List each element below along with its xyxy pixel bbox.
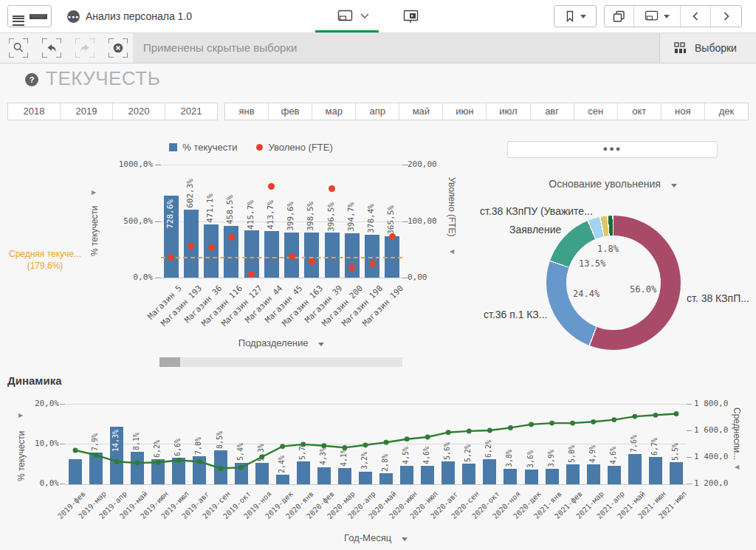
line-point[interactable]: [529, 422, 534, 427]
line-point[interactable]: [156, 460, 161, 465]
legend-label: % текучести: [182, 142, 237, 153]
line-point[interactable]: [343, 445, 348, 450]
scatter-point[interactable]: [289, 253, 295, 260]
line-point[interactable]: [487, 428, 492, 433]
sheet-overview-button[interactable]: [605, 6, 634, 27]
line-point[interactable]: [653, 413, 659, 418]
selections-tool-button[interactable]: Выборки: [659, 33, 756, 63]
line-point[interactable]: [73, 448, 78, 453]
previous-sheet-button[interactable]: [681, 6, 711, 27]
smart-search-button[interactable]: [9, 38, 28, 58]
month-filter-item[interactable]: дек: [705, 103, 748, 120]
year-filter-item[interactable]: 2018: [8, 103, 61, 120]
line-point[interactable]: [135, 461, 140, 466]
line-point[interactable]: [446, 430, 451, 435]
donut-dimension-dropdown[interactable]: Основание увольнения: [517, 178, 709, 190]
line-point[interactable]: [591, 419, 596, 424]
sheet-chevron-down-icon[interactable]: [360, 13, 369, 19]
line-point[interactable]: [114, 459, 120, 464]
line-point[interactable]: [425, 435, 430, 440]
combo-x-dimension-dropdown[interactable]: Подразделение: [207, 337, 355, 348]
selections-toolbar: Применены скрытые выборки Выборки: [0, 33, 756, 63]
bar-value-label: 728,6%: [165, 199, 175, 229]
axis-scroll-left-icon[interactable]: ◀: [735, 464, 739, 470]
axis-scroll-up-icon[interactable]: ▶: [92, 189, 96, 196]
line-point[interactable]: [300, 442, 306, 447]
storytelling-icon[interactable]: [403, 10, 419, 24]
line-point[interactable]: [632, 414, 637, 419]
scatter-point[interactable]: [268, 183, 275, 190]
combo-legend: % текучести Уволено (FTE): [148, 142, 354, 153]
clear-selections-button[interactable]: [109, 38, 128, 58]
combo-scrollbar-track[interactable]: [159, 357, 402, 367]
scatter-point[interactable]: [348, 264, 355, 271]
year-filter-item[interactable]: 2020: [113, 103, 165, 120]
bar[interactable]: [325, 233, 340, 278]
line-point[interactable]: [508, 425, 513, 430]
axis-scroll-left-icon[interactable]: ◀: [450, 248, 454, 255]
year-filter-item[interactable]: 2021: [165, 103, 217, 120]
line-point[interactable]: [570, 421, 575, 426]
donut-slice-label: ст.36 п.1 КЗ...: [484, 309, 547, 320]
scatter-point[interactable]: [389, 233, 396, 240]
bar[interactable]: [345, 233, 360, 278]
year-filter-item[interactable]: 2019: [61, 103, 113, 120]
legend-item-turnover[interactable]: % текучести: [169, 142, 237, 153]
global-menu-button[interactable]: [7, 5, 52, 27]
line-point[interactable]: [549, 421, 554, 426]
line-point[interactable]: [321, 443, 326, 448]
line-point[interactable]: [674, 411, 679, 416]
month-filter-item[interactable]: июл: [487, 103, 530, 120]
combo-scrollbar-thumb[interactable]: [159, 357, 180, 367]
tick-mark: [687, 430, 692, 431]
sheet-icon[interactable]: [337, 10, 354, 23]
month-filter-item[interactable]: янв: [225, 103, 269, 120]
line-point[interactable]: [611, 417, 616, 422]
line-point[interactable]: [259, 455, 264, 460]
scatter-point[interactable]: [309, 258, 315, 265]
month-filter-item[interactable]: окт: [618, 103, 662, 120]
bar[interactable]: [264, 231, 279, 278]
month-filter-item[interactable]: авг: [531, 103, 574, 120]
month-filter-item[interactable]: мар: [312, 103, 356, 120]
headcount-line-series[interactable]: [65, 395, 687, 491]
y-axis-tick-label: 1 600,0: [694, 425, 737, 435]
scatter-point[interactable]: [228, 234, 235, 241]
bookmarks-button[interactable]: [554, 5, 597, 27]
scatter-point[interactable]: [369, 261, 376, 267]
month-filter-item[interactable]: ноя: [662, 103, 705, 120]
legend-item-fired[interactable]: Уволено (FTE): [256, 142, 332, 153]
line-point[interactable]: [467, 429, 472, 434]
line-point[interactable]: [405, 436, 410, 441]
line-point[interactable]: [218, 466, 223, 471]
line-point[interactable]: [197, 459, 202, 464]
bar[interactable]: [304, 233, 319, 278]
month-filter-item[interactable]: фев: [269, 103, 312, 120]
step-back-button[interactable]: [42, 38, 61, 58]
axis-scroll-up-icon[interactable]: ▶: [18, 412, 23, 419]
sheet-list-button[interactable]: [634, 6, 681, 27]
dynamics-x-dimension-dropdown[interactable]: Год-Месяц: [302, 532, 450, 543]
more-options-button[interactable]: ●●●: [507, 141, 718, 158]
scatter-point[interactable]: [248, 271, 255, 278]
dynamics-title: Динамика: [7, 374, 61, 387]
line-point[interactable]: [280, 444, 285, 449]
scatter-point[interactable]: [329, 185, 335, 192]
month-filter-item[interactable]: сен: [574, 103, 618, 120]
app-icon[interactable]: ●●●: [67, 10, 80, 23]
step-forward-button[interactable]: [75, 38, 94, 58]
dimension-label: Год-Месяц: [344, 532, 391, 543]
line-point[interactable]: [363, 442, 368, 447]
qlik-dashboard: ●●● Анализ персонала 1.0: [0, 0, 756, 550]
scatter-point[interactable]: [168, 254, 174, 261]
month-filter-item[interactable]: апр: [356, 103, 399, 120]
chevron-left-icon: [691, 11, 700, 21]
month-filter-item[interactable]: май: [399, 103, 443, 120]
line-point[interactable]: [238, 465, 244, 470]
line-point[interactable]: [94, 453, 99, 458]
next-sheet-button[interactable]: [711, 6, 741, 27]
month-filter-item[interactable]: июн: [443, 103, 487, 120]
line-point[interactable]: [176, 458, 182, 463]
line-point[interactable]: [384, 440, 389, 445]
help-icon[interactable]: ?: [25, 73, 38, 86]
